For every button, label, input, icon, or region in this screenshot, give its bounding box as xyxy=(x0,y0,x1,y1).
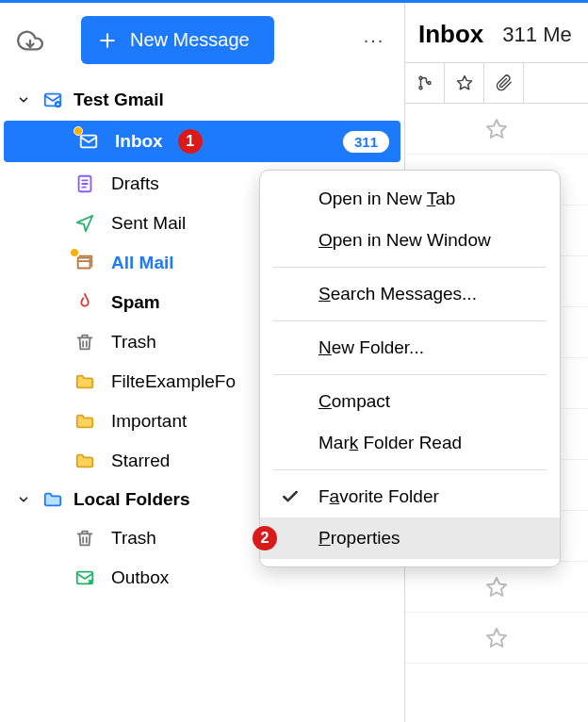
custom1-icon xyxy=(74,370,96,393)
svg-marker-19 xyxy=(487,629,506,647)
inbox-icon xyxy=(77,130,100,153)
folder-label: All Mail xyxy=(111,253,174,273)
folder-label: Spam xyxy=(111,292,160,313)
account-icon xyxy=(41,89,64,111)
new-message-button[interactable]: New Message xyxy=(81,16,274,64)
more-menu-button[interactable]: ··· xyxy=(357,24,391,57)
svg-marker-8 xyxy=(457,76,471,90)
svg-marker-18 xyxy=(487,578,506,596)
folder-label: Trash xyxy=(111,332,156,353)
outbox-icon xyxy=(74,566,96,589)
spam-icon xyxy=(74,291,96,314)
trash-icon xyxy=(74,331,96,353)
folder-label: Starred xyxy=(111,451,170,471)
starred-icon xyxy=(74,450,96,472)
local-folders-icon xyxy=(41,488,64,511)
new-message-label: New Message xyxy=(130,29,250,51)
menu-item-label: New Folder... xyxy=(318,337,424,358)
context-menu-item[interactable]: 2Properties xyxy=(260,517,560,559)
thread-toggle-button[interactable] xyxy=(405,63,445,103)
star-icon[interactable] xyxy=(485,118,508,140)
folder-label: Outbox xyxy=(111,567,169,588)
context-menu-item[interactable]: New Folder... xyxy=(260,327,560,369)
unread-count: 311 xyxy=(343,131,389,153)
context-menu-item[interactable]: Mark Folder Read xyxy=(260,422,560,464)
chevron-down-icon xyxy=(15,91,32,108)
menu-item-label: Properties xyxy=(318,528,400,549)
check-icon xyxy=(281,487,300,506)
drafts-icon xyxy=(74,172,96,195)
context-menu-item[interactable]: Open in New Tab xyxy=(260,178,560,220)
account-name: Local Folders xyxy=(74,489,190,510)
context-menu-item[interactable]: Search Messages... xyxy=(260,273,560,315)
account-header[interactable]: Test Gmail xyxy=(0,81,404,119)
menu-separator xyxy=(273,469,547,470)
folder-label: Trash xyxy=(111,528,156,549)
menu-separator xyxy=(273,374,547,375)
message-row[interactable] xyxy=(405,562,588,613)
menu-item-label: Open in New Tab xyxy=(318,189,455,209)
folder-label: Drafts xyxy=(111,173,159,194)
message-row[interactable] xyxy=(405,104,588,155)
allmail-icon xyxy=(74,252,96,274)
plus-icon xyxy=(98,31,117,50)
attachment-column-button[interactable] xyxy=(484,63,524,103)
context-menu-item[interactable]: Compact xyxy=(260,381,560,422)
folder-context-menu: Open in New TabOpen in New WindowSearch … xyxy=(259,170,561,567)
star-icon[interactable] xyxy=(485,627,508,649)
folder-label: Inbox xyxy=(115,131,163,152)
account-name: Test Gmail xyxy=(74,90,164,110)
star-column-button[interactable] xyxy=(445,63,484,103)
menu-separator xyxy=(273,320,547,321)
svg-marker-9 xyxy=(487,120,506,138)
menu-item-label: Open in New Window xyxy=(318,230,491,251)
important-icon xyxy=(74,410,96,433)
chevron-down-icon xyxy=(15,491,32,508)
menu-separator xyxy=(273,267,547,268)
menu-item-label: Favorite Folder xyxy=(318,486,439,507)
menu-item-label: Mark Folder Read xyxy=(318,433,462,453)
menu-item-label: Search Messages... xyxy=(318,284,477,304)
context-menu-item[interactable]: Favorite Folder xyxy=(260,476,560,517)
message-row[interactable] xyxy=(405,613,588,664)
ltrash-icon xyxy=(74,527,96,550)
folder-subtitle: 311 Me xyxy=(502,23,571,47)
get-messages-button[interactable] xyxy=(13,24,47,57)
annotation-badge: 1 xyxy=(178,129,203,154)
menu-item-label: Compact xyxy=(318,391,390,412)
folder-inbox[interactable]: Inbox1311 xyxy=(4,121,400,162)
annotation-badge: 2 xyxy=(253,526,277,550)
sent-icon xyxy=(74,212,96,235)
folder-label: Important xyxy=(111,411,187,432)
context-menu-item[interactable]: Open in New Window xyxy=(260,220,560,261)
folder-label: FilteExampleFo xyxy=(111,371,236,392)
folder-title: Inbox xyxy=(418,20,483,49)
folder-label: Sent Mail xyxy=(111,213,186,234)
star-icon[interactable] xyxy=(485,576,508,599)
